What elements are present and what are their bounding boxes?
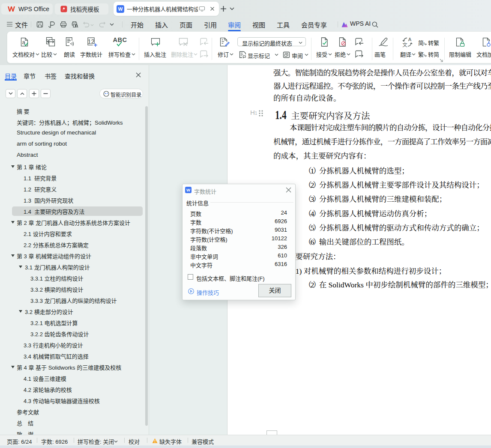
svg-text:A: A	[408, 37, 412, 42]
svg-text:ABC: ABC	[113, 36, 127, 43]
svg-text:文: 文	[402, 42, 407, 48]
svg-text:12: 12	[87, 38, 94, 45]
svg-text:W: W	[118, 6, 123, 12]
svg-text:W: W	[186, 188, 190, 192]
